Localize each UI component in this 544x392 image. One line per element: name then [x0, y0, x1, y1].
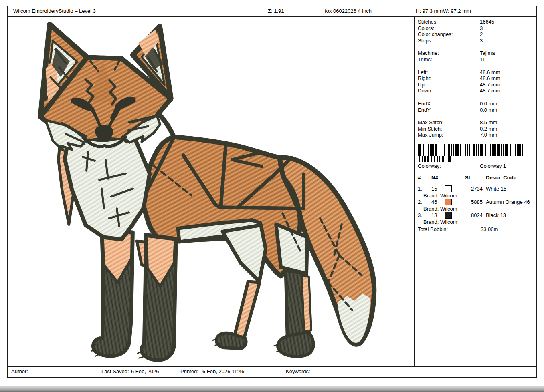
printed-label: Printed: — [180, 367, 198, 376]
stat-max-jump: Max Jump:7.0 mm — [418, 132, 535, 138]
print-preview-page: Wilcom EmbroideryStudio – Level 3 Z: 1.9… — [7, 6, 537, 378]
design-info-panel: Stitches:16645 Colors:3 Color changes:2 … — [415, 17, 536, 366]
stat-trims: Trims:11 — [418, 56, 535, 63]
stat-right: Right:48.6 mm — [418, 75, 535, 82]
stat-color-changes: Color changes:2 — [418, 31, 535, 38]
fox-head — [40, 24, 174, 154]
design-height: H: 97.3 mm — [416, 6, 443, 16]
stitch-limit-stats: Max Stitch:8.5 mm Min Stitch:0.2 mm Max … — [418, 119, 535, 138]
thread-row: 1. 15 2734 White 15 — [418, 185, 535, 193]
design-width: W: 97.2 mm — [443, 6, 471, 16]
design-barcode — [418, 144, 535, 162]
thread-row: 2. 46 5885 Autumn Orange 46 — [418, 199, 535, 206]
stat-colors: Colors:3 — [418, 25, 535, 32]
barcode-sub-row — [418, 156, 451, 162]
app-title: Wilcom EmbroideryStudio – Level 3 — [13, 6, 96, 16]
summary-stats: Stitches:16645 Colors:3 Color changes:2 … — [418, 19, 535, 44]
thread-table-header: # N# St. Descr_Code — [418, 175, 535, 181]
author-label: Author: — [11, 367, 28, 376]
design-name: fox 06022026 4 inch — [325, 6, 372, 16]
stat-max-stitch: Max Stitch:8.5 mm — [418, 119, 535, 126]
thread-swatch-black — [445, 212, 452, 219]
last-saved-value: 6 Feb, 2026 — [131, 367, 159, 376]
last-saved-label: Last Saved: — [101, 367, 129, 376]
stat-endx: EndX:0.0 mm — [418, 101, 535, 107]
window-bottom-edge — [0, 386, 544, 392]
extent-stats: Left:48.6 mm Right:48.6 mm Up:48.7 mm Do… — [418, 69, 535, 94]
thread-swatch-orange — [445, 199, 452, 205]
design-canvas[interactable] — [8, 17, 415, 366]
thread-row: 3. 13 8024 Black 13 — [418, 212, 535, 219]
colorway-value: Colorway 1 — [480, 163, 535, 169]
total-bobbin-label: Total Bobbin: — [418, 226, 481, 233]
end-point-stats: EndX:0.0 mm EndY:0.0 mm — [418, 101, 535, 113]
thread-swatch-white — [445, 185, 452, 192]
stat-up: Up:48.7 mm — [418, 82, 535, 88]
stat-endy: EndY:0.0 mm — [418, 107, 535, 113]
stat-stops: Stops:3 — [418, 38, 535, 44]
stat-down: Down:48.7 mm — [418, 88, 535, 94]
stat-left: Left:48.6 mm — [418, 69, 535, 76]
thread-brand: Brand: Wilcom — [423, 219, 535, 225]
thread-brand: Brand: Wilcom — [423, 206, 535, 212]
colorway-label: Colorway: — [418, 163, 480, 169]
machine-stats: Machine:Tajima Trims:11 — [418, 50, 535, 62]
thread-table: # N# St. Descr_Code 1. 15 2734 White 15 … — [418, 175, 535, 233]
keywords-label: Keywords: — [286, 367, 310, 376]
stat-machine: Machine:Tajima — [418, 50, 535, 56]
fox-embroidery-artwork — [8, 17, 414, 366]
stat-stitches: Stitches:16645 — [418, 19, 535, 25]
total-bobbin-row: Total Bobbin: 33.06m — [418, 226, 535, 233]
stat-min-stitch: Min Stitch:0.2 mm — [418, 126, 535, 132]
barcode-main-row — [418, 144, 523, 156]
thread-brand: Brand: Wilcom — [423, 193, 535, 199]
colorway-row: Colorway: Colorway 1 — [418, 163, 535, 169]
printed-value: 6 Feb, 2026 11:46 — [202, 367, 245, 376]
footer-bar: Author: Last Saved: 6 Feb, 2026 Printed:… — [8, 366, 536, 377]
header-bar: Wilcom EmbroideryStudio – Level 3 Z: 1.9… — [8, 6, 536, 17]
zoom-level: Z: 1.91 — [268, 6, 284, 16]
total-bobbin-value: 33.06m — [481, 226, 498, 233]
